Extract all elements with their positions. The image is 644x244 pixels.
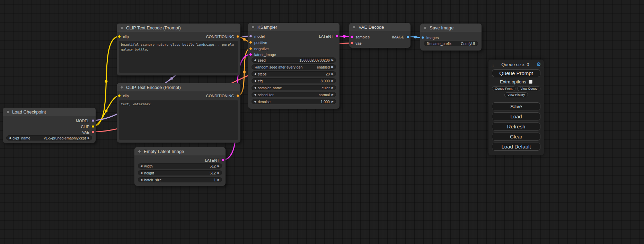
arrow-right-icon[interactable]: ▶ <box>332 93 334 96</box>
slot-label: positive <box>254 40 267 45</box>
collapse-dot[interactable] <box>353 26 356 29</box>
arrow-left-icon[interactable]: ◀ <box>9 137 11 139</box>
node-save-image[interactable]: Save Image images filename_prefix ComfyU… <box>420 24 482 51</box>
node-title: Empty Latent Image <box>144 149 184 154</box>
view-queue-button[interactable]: View Queue <box>517 86 540 91</box>
output-slot-latent: LATENT <box>319 33 338 39</box>
arrow-left-icon[interactable]: ◀ <box>254 59 256 62</box>
input-dot-vae[interactable] <box>350 42 353 45</box>
arrow-right-icon[interactable]: ▶ <box>332 87 334 89</box>
arrow-left-icon[interactable]: ◀ <box>254 87 256 89</box>
node-ksampler[interactable]: KSampler model positive negative latent_… <box>248 23 339 109</box>
widget-height[interactable]: ◀ height 512 ▶ <box>138 170 222 175</box>
queue-front-button[interactable]: Queue Front <box>492 86 516 91</box>
collapse-dot[interactable] <box>120 86 123 89</box>
node-clip-text-encode-negative[interactable]: CLIP Text Encode (Prompt) clip CONDITION… <box>117 83 240 143</box>
arrow-left-icon[interactable]: ◀ <box>254 100 256 103</box>
output-dot-model[interactable] <box>91 119 95 122</box>
collapse-dot[interactable] <box>424 26 427 29</box>
widget-denoise[interactable]: ◀ denoise 1.000 ▶ <box>252 99 336 104</box>
input-dot-model[interactable] <box>249 35 252 38</box>
widget-steps[interactable]: ◀ steps 20 ▶ <box>252 71 336 76</box>
input-slot-images: images <box>421 35 439 40</box>
node-clip-text-encode-positive[interactable]: CLIP Text Encode (Prompt) clip CONDITION… <box>117 24 240 75</box>
widget-label: width <box>144 164 153 168</box>
arrow-left-icon[interactable]: ◀ <box>254 80 256 82</box>
settings-gear-icon[interactable]: ⚙ <box>537 61 541 67</box>
arrow-left-icon[interactable]: ◀ <box>140 172 142 174</box>
input-dot-clip[interactable] <box>118 94 121 97</box>
prompt-textarea[interactable]: text, watermark <box>119 100 238 140</box>
slot-label: vae <box>355 41 362 45</box>
wire-middot <box>170 77 173 80</box>
arrow-left-icon[interactable]: ◀ <box>254 73 256 75</box>
arrow-left-icon[interactable]: ◀ <box>254 93 256 96</box>
collapse-dot[interactable] <box>6 110 9 114</box>
queue-prompt-button[interactable]: Queue Prompt <box>492 69 540 77</box>
widget-filename-prefix[interactable]: filename_prefix ComfyUI <box>424 41 478 46</box>
widget-value: 156680208700286 <box>299 58 330 62</box>
input-dot-negative[interactable] <box>249 47 252 50</box>
node-title-bar: CLIP Text Encode (Prompt) <box>117 24 240 32</box>
input-slot-clip: clip <box>118 93 129 99</box>
widget-label: Random seed after every gen <box>255 65 302 69</box>
output-dot-conditioning[interactable] <box>236 35 239 38</box>
queue-panel: ⣿ Queue size: 0 ⚙ Queue Prompt Extra opt… <box>488 60 544 155</box>
view-history-button[interactable]: View History <box>504 92 528 97</box>
output-dot-latent[interactable] <box>221 159 224 162</box>
widget-scheduler[interactable]: ◀ scheduler normal ▶ <box>252 92 336 97</box>
output-dot-vae[interactable] <box>91 130 95 134</box>
extra-options-checkbox[interactable] <box>529 80 532 84</box>
output-slot-model: MODEL <box>76 118 95 124</box>
input-dot-positive[interactable] <box>249 41 252 44</box>
toggle-knob[interactable] <box>330 65 334 69</box>
collapse-dot[interactable] <box>252 26 255 29</box>
widget-ckpt-name[interactable]: ◀ ckpt_name v1-5-pruned-emaonly.ckpt ▶ <box>6 135 92 141</box>
arrow-left-icon[interactable]: ◀ <box>140 165 142 168</box>
load-default-button[interactable]: Load Default <box>492 143 540 151</box>
input-slot-model: model <box>249 33 265 39</box>
arrow-right-icon[interactable]: ▶ <box>332 100 334 103</box>
slot-label: CONDITIONING <box>206 35 234 39</box>
widget-batch-size[interactable]: ◀ batch_size 1 ▶ <box>138 177 222 182</box>
input-dot-clip[interactable] <box>118 35 121 38</box>
widget-label: ckpt_name <box>12 136 30 140</box>
output-slot-vae: VAE <box>82 129 95 135</box>
output-dot-latent[interactable] <box>335 35 338 38</box>
prompt-textarea[interactable]: beautiful scenery nature glass bottle la… <box>119 41 238 73</box>
arrow-left-icon[interactable]: ◀ <box>140 179 142 181</box>
output-slot-conditioning: CONDITIONING <box>206 34 239 39</box>
drag-handle-icon[interactable]: ⣿ <box>491 62 494 67</box>
slot-label: LATENT <box>205 158 219 162</box>
input-dot-latent-image[interactable] <box>249 53 252 56</box>
arrow-right-icon[interactable]: ▶ <box>88 137 90 139</box>
slot-label: latent_image <box>254 53 276 57</box>
slot-label: CLIP <box>81 125 89 129</box>
node-title-bar: KSampler <box>248 23 339 31</box>
collapse-dot[interactable] <box>120 26 123 29</box>
arrow-right-icon[interactable]: ▶ <box>218 172 220 174</box>
collapse-dot[interactable] <box>138 150 141 153</box>
widget-seed[interactable]: ◀ seed 156680208700286 ▶ <box>252 57 336 63</box>
arrow-right-icon[interactable]: ▶ <box>218 179 220 181</box>
output-dot-clip[interactable] <box>91 125 95 128</box>
arrow-right-icon[interactable]: ▶ <box>332 80 334 82</box>
output-dot-image[interactable] <box>406 35 409 38</box>
save-button[interactable]: Save <box>492 102 540 110</box>
arrow-right-icon[interactable]: ▶ <box>332 59 334 62</box>
input-dot-samples[interactable] <box>350 35 353 38</box>
input-dot-images[interactable] <box>421 36 424 39</box>
node-load-checkpoint[interactable]: Load Checkpoint MODEL CLIP VAE ◀ ckpt_na… <box>3 108 96 143</box>
refresh-button[interactable]: Refresh <box>492 123 540 130</box>
widget-cfg[interactable]: ◀ cfg 8.000 ▶ <box>252 78 336 83</box>
widget-random-seed-toggle[interactable]: Random seed after every gen enabled <box>252 64 336 70</box>
widget-sampler-name[interactable]: ◀ sampler_name euler ▶ <box>252 85 336 90</box>
load-button[interactable]: Load <box>492 112 540 120</box>
output-dot-conditioning[interactable] <box>236 94 239 97</box>
widget-width[interactable]: ◀ width 512 ▶ <box>138 163 222 169</box>
node-empty-latent-image[interactable]: Empty Latent Image LATENT ◀ width 512 ▶ … <box>134 147 226 186</box>
arrow-right-icon[interactable]: ▶ <box>218 165 220 168</box>
node-vae-decode[interactable]: VAE Decode samples vae IMAGE <box>349 23 411 48</box>
clear-button[interactable]: Clear <box>492 133 540 141</box>
arrow-right-icon[interactable]: ▶ <box>332 73 334 75</box>
